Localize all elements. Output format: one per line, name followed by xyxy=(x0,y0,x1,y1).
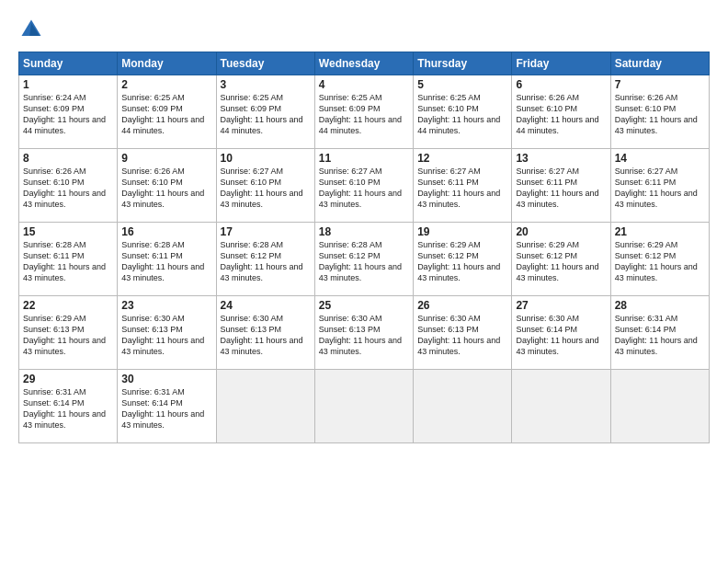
calendar-cell: 9 Sunrise: 6:26 AMSunset: 6:10 PMDayligh… xyxy=(118,149,216,223)
day-number: 12 xyxy=(417,152,507,165)
day-number: 22 xyxy=(23,299,113,312)
day-info: Sunrise: 6:25 AMSunset: 6:10 PMDaylight:… xyxy=(417,93,500,135)
calendar-week-2: 8 Sunrise: 6:26 AMSunset: 6:10 PMDayligh… xyxy=(19,149,710,223)
calendar-header-row: SundayMondayTuesdayWednesdayThursdayFrid… xyxy=(19,52,710,75)
calendar-week-5: 29 Sunrise: 6:31 AMSunset: 6:14 PMDaylig… xyxy=(19,370,710,443)
day-info: Sunrise: 6:30 AMSunset: 6:14 PMDaylight:… xyxy=(516,314,598,356)
day-info: Sunrise: 6:28 AMSunset: 6:11 PMDaylight:… xyxy=(121,240,204,282)
day-info: Sunrise: 6:25 AMSunset: 6:09 PMDaylight:… xyxy=(121,93,204,135)
calendar-week-1: 1 Sunrise: 6:24 AMSunset: 6:09 PMDayligh… xyxy=(19,75,710,149)
calendar-cell: 10 Sunrise: 6:27 AMSunset: 6:10 PMDaylig… xyxy=(216,149,314,223)
day-info: Sunrise: 6:27 AMSunset: 6:11 PMDaylight:… xyxy=(516,167,598,209)
calendar-cell: 30 Sunrise: 6:31 AMSunset: 6:14 PMDaylig… xyxy=(118,370,216,443)
calendar-cell: 3 Sunrise: 6:25 AMSunset: 6:09 PMDayligh… xyxy=(216,75,314,149)
day-number: 26 xyxy=(417,299,507,312)
col-header-sunday: Sunday xyxy=(19,52,118,75)
calendar-cell xyxy=(414,370,512,443)
day-info: Sunrise: 6:29 AMSunset: 6:12 PMDaylight:… xyxy=(417,240,500,282)
day-number: 16 xyxy=(121,225,211,238)
day-info: Sunrise: 6:29 AMSunset: 6:12 PMDaylight:… xyxy=(615,240,698,282)
day-info: Sunrise: 6:26 AMSunset: 6:10 PMDaylight:… xyxy=(615,93,698,135)
col-header-monday: Monday xyxy=(118,52,216,75)
calendar-cell: 18 Sunrise: 6:28 AMSunset: 6:12 PMDaylig… xyxy=(314,223,413,296)
day-number: 21 xyxy=(615,225,705,238)
day-number: 2 xyxy=(121,78,211,91)
day-info: Sunrise: 6:27 AMSunset: 6:11 PMDaylight:… xyxy=(615,167,698,209)
day-number: 29 xyxy=(23,373,113,385)
day-number: 28 xyxy=(615,299,705,312)
day-info: Sunrise: 6:27 AMSunset: 6:11 PMDaylight:… xyxy=(417,167,500,209)
calendar-cell xyxy=(314,370,413,443)
calendar-cell: 25 Sunrise: 6:30 AMSunset: 6:13 PMDaylig… xyxy=(314,296,413,370)
calendar-cell: 1 Sunrise: 6:24 AMSunset: 6:09 PMDayligh… xyxy=(19,75,118,149)
calendar-cell: 5 Sunrise: 6:25 AMSunset: 6:10 PMDayligh… xyxy=(414,75,512,149)
calendar-cell: 17 Sunrise: 6:28 AMSunset: 6:12 PMDaylig… xyxy=(216,223,314,296)
day-info: Sunrise: 6:26 AMSunset: 6:10 PMDaylight:… xyxy=(23,167,106,209)
day-number: 24 xyxy=(221,299,311,312)
col-header-tuesday: Tuesday xyxy=(216,52,314,75)
day-number: 8 xyxy=(23,152,113,165)
calendar-cell: 11 Sunrise: 6:27 AMSunset: 6:10 PMDaylig… xyxy=(314,149,413,223)
day-number: 23 xyxy=(121,299,211,312)
logo-icon xyxy=(18,17,44,42)
calendar-cell: 7 Sunrise: 6:26 AMSunset: 6:10 PMDayligh… xyxy=(610,75,709,149)
day-info: Sunrise: 6:31 AMSunset: 6:14 PMDaylight:… xyxy=(121,387,204,430)
day-number: 7 xyxy=(615,78,705,91)
day-number: 5 xyxy=(417,78,507,91)
calendar-cell: 13 Sunrise: 6:27 AMSunset: 6:11 PMDaylig… xyxy=(512,149,610,223)
calendar-cell: 27 Sunrise: 6:30 AMSunset: 6:14 PMDaylig… xyxy=(512,296,610,370)
calendar-cell: 20 Sunrise: 6:29 AMSunset: 6:12 PMDaylig… xyxy=(512,223,610,296)
day-info: Sunrise: 6:30 AMSunset: 6:13 PMDaylight:… xyxy=(417,314,500,356)
day-info: Sunrise: 6:24 AMSunset: 6:09 PMDaylight:… xyxy=(23,93,106,135)
day-number: 18 xyxy=(319,225,409,238)
day-info: Sunrise: 6:30 AMSunset: 6:13 PMDaylight:… xyxy=(319,314,402,356)
day-number: 20 xyxy=(516,225,606,238)
day-number: 15 xyxy=(23,225,113,238)
day-number: 14 xyxy=(615,152,705,165)
day-info: Sunrise: 6:28 AMSunset: 6:11 PMDaylight:… xyxy=(23,240,106,282)
col-header-wednesday: Wednesday xyxy=(314,52,413,75)
col-header-friday: Friday xyxy=(512,52,610,75)
calendar-week-4: 22 Sunrise: 6:29 AMSunset: 6:13 PMDaylig… xyxy=(19,296,710,370)
day-info: Sunrise: 6:28 AMSunset: 6:12 PMDaylight:… xyxy=(221,240,303,282)
day-number: 13 xyxy=(516,152,606,165)
day-number: 19 xyxy=(417,225,507,238)
calendar-cell: 8 Sunrise: 6:26 AMSunset: 6:10 PMDayligh… xyxy=(19,149,118,223)
calendar-cell: 15 Sunrise: 6:28 AMSunset: 6:11 PMDaylig… xyxy=(19,223,118,296)
day-info: Sunrise: 6:25 AMSunset: 6:09 PMDaylight:… xyxy=(319,93,402,135)
day-info: Sunrise: 6:27 AMSunset: 6:10 PMDaylight:… xyxy=(319,167,402,209)
calendar-cell: 21 Sunrise: 6:29 AMSunset: 6:12 PMDaylig… xyxy=(610,223,709,296)
calendar-cell: 2 Sunrise: 6:25 AMSunset: 6:09 PMDayligh… xyxy=(118,75,216,149)
calendar-cell: 22 Sunrise: 6:29 AMSunset: 6:13 PMDaylig… xyxy=(19,296,118,370)
calendar-cell xyxy=(610,370,709,443)
day-info: Sunrise: 6:27 AMSunset: 6:10 PMDaylight:… xyxy=(221,167,303,209)
calendar-cell xyxy=(216,370,314,443)
day-number: 1 xyxy=(23,78,113,91)
col-header-saturday: Saturday xyxy=(610,52,709,75)
day-number: 11 xyxy=(319,152,409,165)
day-info: Sunrise: 6:26 AMSunset: 6:10 PMDaylight:… xyxy=(121,167,204,209)
calendar-cell: 4 Sunrise: 6:25 AMSunset: 6:09 PMDayligh… xyxy=(314,75,413,149)
day-info: Sunrise: 6:30 AMSunset: 6:13 PMDaylight:… xyxy=(121,314,204,356)
page: SundayMondayTuesdayWednesdayThursdayFrid… xyxy=(0,0,728,563)
day-info: Sunrise: 6:29 AMSunset: 6:13 PMDaylight:… xyxy=(23,314,106,356)
calendar-cell: 26 Sunrise: 6:30 AMSunset: 6:13 PMDaylig… xyxy=(414,296,512,370)
calendar-cell: 28 Sunrise: 6:31 AMSunset: 6:14 PMDaylig… xyxy=(610,296,709,370)
day-info: Sunrise: 6:25 AMSunset: 6:09 PMDaylight:… xyxy=(221,93,303,135)
svg-marker-1 xyxy=(29,23,40,36)
day-number: 6 xyxy=(516,78,606,91)
calendar-cell: 6 Sunrise: 6:26 AMSunset: 6:10 PMDayligh… xyxy=(512,75,610,149)
day-info: Sunrise: 6:26 AMSunset: 6:10 PMDaylight:… xyxy=(516,93,598,135)
calendar-cell: 23 Sunrise: 6:30 AMSunset: 6:13 PMDaylig… xyxy=(118,296,216,370)
calendar-cell: 24 Sunrise: 6:30 AMSunset: 6:13 PMDaylig… xyxy=(216,296,314,370)
calendar-cell xyxy=(512,370,610,443)
calendar-cell: 16 Sunrise: 6:28 AMSunset: 6:11 PMDaylig… xyxy=(118,223,216,296)
day-number: 25 xyxy=(319,299,409,312)
calendar-cell: 12 Sunrise: 6:27 AMSunset: 6:11 PMDaylig… xyxy=(414,149,512,223)
day-number: 9 xyxy=(121,152,211,165)
calendar-cell: 19 Sunrise: 6:29 AMSunset: 6:12 PMDaylig… xyxy=(414,223,512,296)
calendar-table: SundayMondayTuesdayWednesdayThursdayFrid… xyxy=(18,52,710,443)
header xyxy=(18,17,710,42)
calendar-week-3: 15 Sunrise: 6:28 AMSunset: 6:11 PMDaylig… xyxy=(19,223,710,296)
day-number: 27 xyxy=(516,299,606,312)
